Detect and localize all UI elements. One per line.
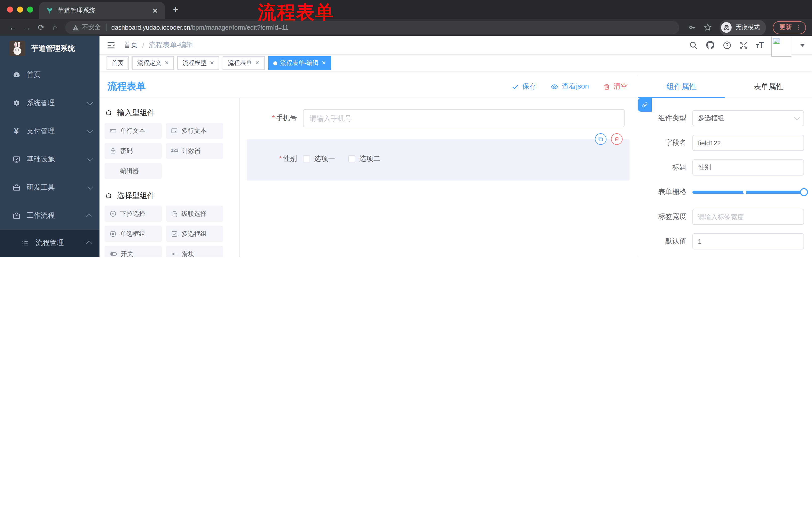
tag-process-form-edit[interactable]: 流程表单-编辑✕ — [268, 56, 331, 70]
clear-button[interactable]: 清空 — [603, 82, 628, 91]
forward-icon[interactable]: → — [20, 23, 34, 32]
tag-process-model[interactable]: 流程模型✕ — [177, 56, 219, 70]
component-radio-group[interactable]: 单选框组 — [105, 226, 162, 242]
sidebar-item-system[interactable]: 系统管理 — [0, 89, 99, 117]
sidebar-item-label: 流程管理 — [36, 238, 87, 247]
tag-home[interactable]: 首页 — [107, 56, 128, 70]
browser-tab[interactable]: 芋道管理系统 ✕ — [39, 2, 165, 19]
home-icon[interactable]: ⌂ — [48, 23, 62, 32]
component-switch[interactable]: 开关 — [105, 246, 162, 257]
tab-form-props[interactable]: 表单属性 — [725, 76, 812, 98]
component-multi-text[interactable]: 多行文本 — [166, 123, 223, 139]
sidebar-item-label: 研发工具 — [27, 183, 87, 192]
page-title: 流程表单 — [108, 80, 146, 93]
collapse-sidebar-icon[interactable] — [107, 40, 116, 50]
components-panel: 输入型组件 单行文本 多行文本 — [99, 98, 240, 257]
form-grid-slider[interactable] — [692, 184, 804, 200]
avatar-dropdown-caret-icon[interactable] — [800, 44, 805, 47]
toolbar: 保存 查看json 清空 — [512, 82, 628, 91]
lock-icon — [110, 147, 117, 154]
canvas-field-gender-selected[interactable]: *性别 选项一 选项二 — [247, 139, 630, 181]
font-size-icon[interactable]: TT — [756, 40, 764, 50]
label-width-input[interactable] — [692, 209, 804, 225]
sidebar-item-payment[interactable]: ¥ 支付管理 — [0, 117, 99, 145]
link-tab-button[interactable] — [638, 98, 652, 112]
close-window-button[interactable] — [7, 6, 13, 12]
tag-process-definition[interactable]: 流程定义✕ — [132, 56, 174, 70]
sidebar-item-process-mgmt[interactable]: 流程管理 — [0, 230, 99, 256]
help-icon[interactable] — [723, 40, 732, 50]
slider-icon — [171, 250, 178, 257]
minimize-window-button[interactable] — [17, 6, 23, 12]
delete-component-button[interactable] — [611, 133, 622, 145]
default-value-input[interactable] — [692, 233, 804, 249]
tab-component-props[interactable]: 组件属性 — [638, 76, 725, 98]
sidebar-item-label: 基础设施 — [27, 155, 87, 164]
browser-update-button[interactable]: 更新 ⋮ — [773, 21, 806, 34]
github-icon[interactable] — [705, 40, 715, 50]
list-icon — [21, 239, 30, 247]
gender-option-2[interactable]: 选项二 — [348, 154, 380, 163]
sidebar-item-label: 系统管理 — [27, 99, 87, 108]
component-editor[interactable]: 编辑器 — [105, 163, 162, 179]
sidebar-item-process-form[interactable]: 流程表单 — [0, 256, 99, 257]
component-type-select[interactable]: 多选框组 — [692, 110, 804, 126]
avatar[interactable] — [771, 36, 791, 57]
tag-close-icon[interactable]: ✕ — [255, 60, 260, 66]
phone-input[interactable] — [303, 109, 625, 127]
view-json-button[interactable]: 查看json — [550, 82, 589, 91]
address-bar[interactable]: 不安全 dashboard.yudao.iocoder.cn/bpm/manag… — [65, 21, 679, 34]
sidebar-item-home[interactable]: 首页 — [0, 61, 99, 89]
cascade-icon — [171, 210, 178, 217]
radio-icon — [110, 231, 117, 237]
gear-icon — [12, 99, 21, 107]
key-icon[interactable] — [688, 23, 696, 32]
component-checkbox-group[interactable]: 多选框组 — [166, 226, 223, 242]
tag-close-icon[interactable]: ✕ — [209, 60, 214, 66]
incognito-label: 无痕模式 — [736, 23, 760, 32]
back-icon[interactable]: ← — [6, 23, 20, 32]
slider-track[interactable] — [692, 191, 804, 194]
component-slider[interactable]: 滑块 — [166, 246, 223, 257]
component-password[interactable]: 密码 — [105, 143, 162, 159]
component-counter[interactable]: 123 计数器 — [166, 143, 223, 159]
search-icon[interactable] — [689, 40, 698, 50]
checkbox-icon[interactable] — [303, 155, 310, 162]
tag-process-form[interactable]: 流程表单✕ — [223, 56, 265, 70]
window-controls[interactable] — [0, 6, 39, 12]
sidebar-item-infra[interactable]: 基础设施 — [0, 145, 99, 173]
tab-close-icon[interactable]: ✕ — [150, 7, 160, 14]
field-name-input[interactable] — [692, 135, 804, 151]
bookmark-star-icon[interactable] — [703, 23, 712, 32]
title-input[interactable] — [692, 159, 804, 175]
tag-close-icon[interactable]: ✕ — [164, 60, 169, 66]
form-canvas: *手机号 — [240, 98, 638, 257]
maximize-window-button[interactable] — [27, 6, 33, 12]
breadcrumb-home[interactable]: 首页 — [124, 40, 138, 50]
slider-handle[interactable] — [800, 188, 808, 196]
fullscreen-icon[interactable] — [739, 40, 748, 50]
save-button[interactable]: 保存 — [512, 82, 536, 91]
chevron-down-icon — [794, 115, 800, 120]
sidebar-item-workflow[interactable]: 工作流程 — [0, 202, 99, 230]
sidebar-item-devtools[interactable]: 研发工具 — [0, 173, 99, 202]
tag-close-icon[interactable]: ✕ — [321, 60, 326, 66]
browser-tab-bar: 芋道管理系统 ✕ + — [0, 0, 812, 19]
canvas-field-phone[interactable]: *手机号 — [247, 109, 631, 127]
monitor-icon — [12, 155, 21, 163]
puzzle-icon — [106, 109, 113, 117]
new-tab-button[interactable]: + — [173, 4, 178, 15]
tags-bar: 首页 流程定义✕ 流程模型✕ 流程表单✕ 流程表单-编辑✕ — [99, 55, 812, 72]
reload-icon[interactable]: ⟳ — [34, 23, 48, 32]
text-input-icon — [110, 127, 117, 134]
component-single-text[interactable]: 单行文本 — [105, 123, 162, 139]
browser-menu-dots-icon[interactable]: ⋮ — [795, 24, 802, 31]
checkbox-icon[interactable] — [348, 155, 355, 162]
component-cascader[interactable]: 级联选择 — [166, 206, 223, 222]
gender-option-1[interactable]: 选项一 — [303, 154, 335, 163]
brand-logo — [9, 40, 25, 56]
component-select[interactable]: 下拉选择 — [105, 206, 162, 222]
tab-title: 芋道管理系统 — [58, 6, 150, 15]
properties-panel: 组件属性 表单属性 组件类型 多选框组 字段名 — [638, 76, 812, 257]
duplicate-component-button[interactable] — [595, 133, 607, 145]
